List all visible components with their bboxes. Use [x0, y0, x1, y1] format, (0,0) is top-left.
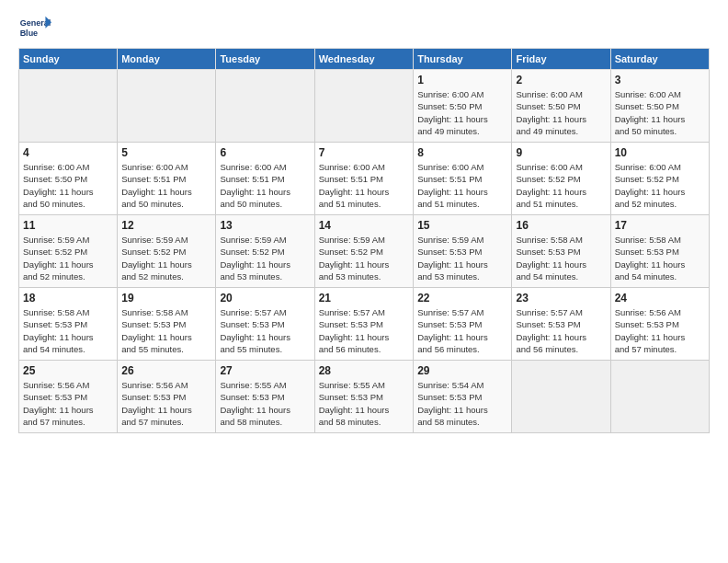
day-info: Sunrise: 5:58 AM Sunset: 5:53 PM Dayligh…	[615, 234, 705, 282]
day-info: Sunrise: 5:56 AM Sunset: 5:53 PM Dayligh…	[121, 379, 211, 428]
calendar-day-cell: 14Sunrise: 5:59 AM Sunset: 5:52 PM Dayli…	[314, 215, 413, 288]
empty-cell	[314, 70, 413, 143]
calendar-day-cell: 22Sunrise: 5:57 AM Sunset: 5:53 PM Dayli…	[414, 288, 512, 361]
calendar-day-cell: 21Sunrise: 5:57 AM Sunset: 5:53 PM Dayli…	[314, 288, 413, 361]
calendar-day-cell: 18Sunrise: 5:58 AM Sunset: 5:53 PM Dayli…	[19, 288, 118, 361]
day-info: Sunrise: 5:58 AM Sunset: 5:53 PM Dayligh…	[516, 234, 606, 282]
day-info: Sunrise: 6:00 AM Sunset: 5:51 PM Dayligh…	[319, 161, 409, 210]
calendar-day-cell: 12Sunrise: 5:59 AM Sunset: 5:52 PM Dayli…	[118, 215, 216, 288]
day-number: 26	[121, 364, 211, 377]
calendar-day-cell: 26Sunrise: 5:56 AM Sunset: 5:53 PM Dayli…	[118, 361, 216, 433]
svg-text:Blue: Blue	[20, 29, 39, 38]
day-number: 7	[319, 146, 409, 159]
day-info: Sunrise: 5:58 AM Sunset: 5:53 PM Dayligh…	[23, 306, 113, 355]
day-info: Sunrise: 6:00 AM Sunset: 5:50 PM Dayligh…	[23, 161, 113, 210]
day-info: Sunrise: 5:57 AM Sunset: 5:53 PM Dayligh…	[417, 306, 507, 355]
day-of-week-header: Friday	[512, 49, 610, 70]
calendar-day-cell: 2Sunrise: 6:00 AM Sunset: 5:50 PM Daylig…	[512, 70, 610, 143]
calendar-table: SundayMondayTuesdayWednesdayThursdayFrid…	[18, 48, 710, 433]
day-number: 20	[220, 292, 310, 304]
day-number: 23	[516, 292, 606, 304]
day-number: 11	[23, 219, 113, 232]
day-number: 28	[319, 364, 409, 377]
calendar-day-cell: 6Sunrise: 6:00 AM Sunset: 5:51 PM Daylig…	[216, 143, 314, 215]
day-number: 12	[121, 219, 211, 232]
calendar-day-cell: 13Sunrise: 5:59 AM Sunset: 5:52 PM Dayli…	[216, 215, 314, 288]
day-info: Sunrise: 5:56 AM Sunset: 5:53 PM Dayligh…	[615, 306, 705, 355]
empty-cell	[118, 70, 216, 143]
day-info: Sunrise: 6:00 AM Sunset: 5:52 PM Dayligh…	[516, 161, 606, 210]
empty-cell	[216, 70, 314, 143]
day-number: 24	[615, 292, 705, 304]
general-blue-logo-icon: General Blue	[18, 15, 51, 40]
day-of-week-header: Thursday	[414, 49, 512, 70]
day-info: Sunrise: 5:59 AM Sunset: 5:52 PM Dayligh…	[220, 234, 310, 282]
calendar-day-cell: 17Sunrise: 5:58 AM Sunset: 5:53 PM Dayli…	[610, 215, 709, 288]
calendar-day-cell: 8Sunrise: 6:00 AM Sunset: 5:51 PM Daylig…	[414, 143, 512, 215]
day-number: 9	[516, 146, 606, 159]
day-number: 1	[417, 74, 507, 86]
day-info: Sunrise: 6:00 AM Sunset: 5:50 PM Dayligh…	[417, 88, 507, 137]
calendar-day-cell: 24Sunrise: 5:56 AM Sunset: 5:53 PM Dayli…	[610, 288, 709, 361]
calendar-day-cell: 10Sunrise: 6:00 AM Sunset: 5:52 PM Dayli…	[610, 143, 709, 215]
calendar-day-cell: 3Sunrise: 6:00 AM Sunset: 5:50 PM Daylig…	[610, 70, 709, 143]
day-info: Sunrise: 5:55 AM Sunset: 5:53 PM Dayligh…	[220, 379, 310, 428]
calendar-day-cell: 9Sunrise: 6:00 AM Sunset: 5:52 PM Daylig…	[512, 143, 610, 215]
day-of-week-header: Wednesday	[314, 49, 413, 70]
day-number: 17	[615, 219, 705, 232]
day-number: 15	[417, 219, 507, 232]
day-number: 2	[516, 74, 606, 86]
day-number: 14	[319, 219, 409, 232]
day-number: 16	[516, 219, 606, 232]
day-number: 19	[121, 292, 211, 304]
day-of-week-header: Tuesday	[216, 49, 314, 70]
empty-cell	[610, 361, 709, 433]
calendar-day-cell: 1Sunrise: 6:00 AM Sunset: 5:50 PM Daylig…	[414, 70, 512, 143]
day-info: Sunrise: 6:00 AM Sunset: 5:52 PM Dayligh…	[615, 161, 705, 210]
day-number: 13	[220, 219, 310, 232]
calendar-day-cell: 19Sunrise: 5:58 AM Sunset: 5:53 PM Dayli…	[118, 288, 216, 361]
empty-cell	[19, 70, 118, 143]
day-info: Sunrise: 5:58 AM Sunset: 5:53 PM Dayligh…	[121, 306, 211, 355]
day-number: 29	[417, 364, 507, 377]
day-info: Sunrise: 5:54 AM Sunset: 5:53 PM Dayligh…	[417, 379, 507, 428]
empty-cell	[512, 361, 610, 433]
calendar-day-cell: 23Sunrise: 5:57 AM Sunset: 5:53 PM Dayli…	[512, 288, 610, 361]
logo: General Blue	[18, 15, 51, 40]
day-info: Sunrise: 5:57 AM Sunset: 5:53 PM Dayligh…	[516, 306, 606, 355]
calendar-day-cell: 15Sunrise: 5:59 AM Sunset: 5:53 PM Dayli…	[414, 215, 512, 288]
day-info: Sunrise: 5:55 AM Sunset: 5:53 PM Dayligh…	[319, 379, 409, 428]
day-number: 27	[220, 364, 310, 377]
calendar-day-cell: 16Sunrise: 5:58 AM Sunset: 5:53 PM Dayli…	[512, 215, 610, 288]
day-number: 3	[615, 74, 705, 86]
day-info: Sunrise: 5:59 AM Sunset: 5:52 PM Dayligh…	[121, 234, 211, 282]
day-info: Sunrise: 5:57 AM Sunset: 5:53 PM Dayligh…	[319, 306, 409, 355]
day-number: 25	[23, 364, 113, 377]
day-number: 22	[417, 292, 507, 304]
day-number: 21	[319, 292, 409, 304]
calendar-day-cell: 4Sunrise: 6:00 AM Sunset: 5:50 PM Daylig…	[19, 143, 118, 215]
day-info: Sunrise: 5:59 AM Sunset: 5:53 PM Dayligh…	[417, 234, 507, 282]
calendar-day-cell: 25Sunrise: 5:56 AM Sunset: 5:53 PM Dayli…	[19, 361, 118, 433]
day-info: Sunrise: 6:00 AM Sunset: 5:50 PM Dayligh…	[516, 88, 606, 137]
day-info: Sunrise: 5:59 AM Sunset: 5:52 PM Dayligh…	[319, 234, 409, 282]
day-number: 6	[220, 146, 310, 159]
calendar-day-cell: 11Sunrise: 5:59 AM Sunset: 5:52 PM Dayli…	[19, 215, 118, 288]
day-info: Sunrise: 5:59 AM Sunset: 5:52 PM Dayligh…	[23, 234, 113, 282]
calendar-day-cell: 5Sunrise: 6:00 AM Sunset: 5:51 PM Daylig…	[118, 143, 216, 215]
day-number: 4	[23, 146, 113, 159]
day-info: Sunrise: 6:00 AM Sunset: 5:51 PM Dayligh…	[220, 161, 310, 210]
calendar-day-cell: 27Sunrise: 5:55 AM Sunset: 5:53 PM Dayli…	[216, 361, 314, 433]
day-of-week-header: Sunday	[19, 49, 118, 70]
day-of-week-header: Saturday	[610, 49, 709, 70]
day-info: Sunrise: 6:00 AM Sunset: 5:50 PM Dayligh…	[615, 88, 705, 137]
day-info: Sunrise: 5:57 AM Sunset: 5:53 PM Dayligh…	[220, 306, 310, 355]
day-of-week-header: Monday	[118, 49, 216, 70]
calendar-day-cell: 20Sunrise: 5:57 AM Sunset: 5:53 PM Dayli…	[216, 288, 314, 361]
calendar-day-cell: 28Sunrise: 5:55 AM Sunset: 5:53 PM Dayli…	[314, 361, 413, 433]
day-number: 18	[23, 292, 113, 304]
day-number: 8	[417, 146, 507, 159]
calendar-day-cell: 29Sunrise: 5:54 AM Sunset: 5:53 PM Dayli…	[414, 361, 512, 433]
day-info: Sunrise: 5:56 AM Sunset: 5:53 PM Dayligh…	[23, 379, 113, 428]
day-info: Sunrise: 6:00 AM Sunset: 5:51 PM Dayligh…	[417, 161, 507, 210]
